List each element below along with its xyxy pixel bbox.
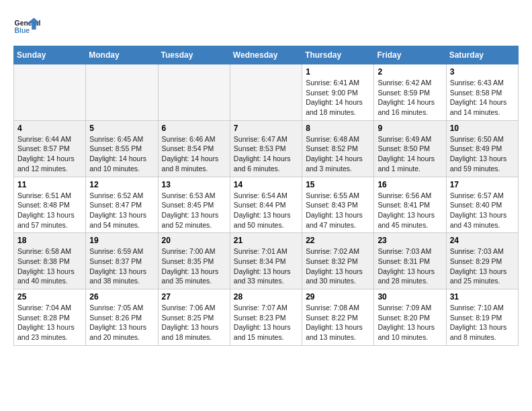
day-number: 23 (378, 236, 442, 245)
calendar-cell: 10Sunrise: 6:50 AMSunset: 8:49 PMDayligh… (446, 120, 518, 177)
calendar-week-row: 1Sunrise: 6:41 AMSunset: 9:00 PMDaylight… (14, 64, 519, 121)
calendar-cell: 19Sunrise: 6:59 AMSunset: 8:37 PMDayligh… (86, 233, 158, 289)
day-info: Sunrise: 7:04 AMSunset: 8:28 PMDaylight:… (17, 303, 82, 342)
calendar-week-row: 4Sunrise: 6:44 AMSunset: 8:57 PMDaylight… (14, 120, 519, 177)
header-friday: Friday (374, 46, 446, 64)
day-info: Sunrise: 7:03 AMSunset: 8:31 PMDaylight:… (378, 246, 442, 286)
day-info: Sunrise: 6:41 AMSunset: 9:00 PMDaylight:… (306, 78, 370, 118)
day-number: 18 (17, 236, 82, 245)
day-number: 25 (17, 292, 82, 302)
day-info: Sunrise: 7:02 AMSunset: 8:32 PMDaylight:… (306, 246, 370, 286)
day-info: Sunrise: 6:58 AMSunset: 8:38 PMDaylight:… (17, 246, 82, 286)
calendar-cell (230, 64, 302, 121)
calendar-cell (86, 64, 158, 121)
calendar-cell: 23Sunrise: 7:03 AMSunset: 8:31 PMDayligh… (374, 233, 446, 289)
calendar-cell: 1Sunrise: 6:41 AMSunset: 9:00 PMDaylight… (302, 64, 374, 121)
day-info: Sunrise: 6:45 AMSunset: 8:55 PMDaylight:… (89, 134, 154, 174)
day-info: Sunrise: 6:50 AMSunset: 8:49 PMDaylight:… (450, 134, 515, 174)
day-number: 17 (450, 180, 515, 189)
calendar-cell: 7Sunrise: 6:47 AMSunset: 8:53 PMDaylight… (230, 120, 302, 177)
day-number: 4 (17, 124, 82, 133)
day-info: Sunrise: 7:07 AMSunset: 8:23 PMDaylight:… (234, 303, 298, 342)
calendar-cell (14, 64, 86, 121)
logo-icon: General Blue (13, 13, 40, 40)
header-sunday: Sunday (14, 46, 86, 64)
calendar-cell: 26Sunrise: 7:05 AMSunset: 8:26 PMDayligh… (86, 289, 158, 346)
day-info: Sunrise: 6:56 AMSunset: 8:41 PMDaylight:… (378, 191, 442, 230)
day-info: Sunrise: 6:48 AMSunset: 8:52 PMDaylight:… (306, 134, 370, 174)
calendar-cell: 9Sunrise: 6:49 AMSunset: 8:50 PMDaylight… (374, 120, 446, 177)
calendar-table: SundayMondayTuesdayWednesdayThursdayFrid… (13, 46, 519, 346)
calendar-cell: 11Sunrise: 6:51 AMSunset: 8:48 PMDayligh… (14, 177, 86, 233)
day-info: Sunrise: 7:08 AMSunset: 8:22 PMDaylight:… (306, 303, 370, 342)
header-saturday: Saturday (446, 46, 518, 64)
day-info: Sunrise: 6:47 AMSunset: 8:53 PMDaylight:… (234, 134, 298, 174)
day-number: 7 (234, 124, 298, 133)
calendar-cell: 8Sunrise: 6:48 AMSunset: 8:52 PMDaylight… (302, 120, 374, 177)
day-info: Sunrise: 6:54 AMSunset: 8:44 PMDaylight:… (234, 191, 298, 230)
day-info: Sunrise: 7:09 AMSunset: 8:20 PMDaylight:… (378, 303, 442, 342)
day-number: 27 (162, 292, 226, 302)
calendar-cell: 25Sunrise: 7:04 AMSunset: 8:28 PMDayligh… (14, 289, 86, 346)
day-number: 19 (89, 236, 154, 245)
calendar-cell (158, 64, 230, 121)
day-number: 28 (234, 292, 298, 302)
calendar-cell: 31Sunrise: 7:10 AMSunset: 8:19 PMDayligh… (446, 289, 518, 346)
calendar-cell: 22Sunrise: 7:02 AMSunset: 8:32 PMDayligh… (302, 233, 374, 289)
day-number: 15 (306, 180, 370, 189)
calendar-week-row: 11Sunrise: 6:51 AMSunset: 8:48 PMDayligh… (14, 177, 519, 233)
day-info: Sunrise: 7:10 AMSunset: 8:19 PMDaylight:… (450, 303, 515, 342)
calendar-cell: 4Sunrise: 6:44 AMSunset: 8:57 PMDaylight… (14, 120, 86, 177)
day-info: Sunrise: 7:05 AMSunset: 8:26 PMDaylight:… (89, 303, 154, 342)
day-number: 9 (378, 124, 442, 133)
calendar-cell: 2Sunrise: 6:42 AMSunset: 8:59 PMDaylight… (374, 64, 446, 121)
day-info: Sunrise: 7:03 AMSunset: 8:29 PMDaylight:… (450, 246, 515, 286)
calendar-cell: 6Sunrise: 6:46 AMSunset: 8:54 PMDaylight… (158, 120, 230, 177)
day-number: 16 (378, 180, 442, 189)
day-info: Sunrise: 6:43 AMSunset: 8:58 PMDaylight:… (450, 78, 515, 118)
day-info: Sunrise: 6:55 AMSunset: 8:43 PMDaylight:… (306, 191, 370, 230)
logo: General Blue (13, 13, 40, 40)
day-number: 13 (162, 180, 226, 189)
calendar-cell: 17Sunrise: 6:57 AMSunset: 8:40 PMDayligh… (446, 177, 518, 233)
calendar-cell: 30Sunrise: 7:09 AMSunset: 8:20 PMDayligh… (374, 289, 446, 346)
header-wednesday: Wednesday (230, 46, 302, 64)
calendar-cell: 24Sunrise: 7:03 AMSunset: 8:29 PMDayligh… (446, 233, 518, 289)
day-number: 14 (234, 180, 298, 189)
calendar-cell: 18Sunrise: 6:58 AMSunset: 8:38 PMDayligh… (14, 233, 86, 289)
day-info: Sunrise: 6:53 AMSunset: 8:45 PMDaylight:… (162, 191, 226, 230)
day-number: 30 (378, 292, 442, 302)
day-info: Sunrise: 6:51 AMSunset: 8:48 PMDaylight:… (17, 191, 82, 230)
day-number: 24 (450, 236, 515, 245)
calendar-cell: 15Sunrise: 6:55 AMSunset: 8:43 PMDayligh… (302, 177, 374, 233)
day-number: 20 (162, 236, 226, 245)
calendar-cell: 14Sunrise: 6:54 AMSunset: 8:44 PMDayligh… (230, 177, 302, 233)
day-number: 21 (234, 236, 298, 245)
day-number: 12 (89, 180, 154, 189)
header-thursday: Thursday (302, 46, 374, 64)
day-number: 3 (450, 67, 515, 77)
day-info: Sunrise: 7:00 AMSunset: 8:35 PMDaylight:… (162, 246, 226, 286)
calendar-cell: 12Sunrise: 6:52 AMSunset: 8:47 PMDayligh… (86, 177, 158, 233)
day-number: 10 (450, 124, 515, 133)
day-info: Sunrise: 6:52 AMSunset: 8:47 PMDaylight:… (89, 191, 154, 230)
day-info: Sunrise: 6:49 AMSunset: 8:50 PMDaylight:… (378, 134, 442, 174)
calendar-cell: 20Sunrise: 7:00 AMSunset: 8:35 PMDayligh… (158, 233, 230, 289)
svg-text:Blue: Blue (15, 27, 30, 34)
day-info: Sunrise: 6:46 AMSunset: 8:54 PMDaylight:… (162, 134, 226, 174)
calendar-cell: 16Sunrise: 6:56 AMSunset: 8:41 PMDayligh… (374, 177, 446, 233)
calendar-cell: 29Sunrise: 7:08 AMSunset: 8:22 PMDayligh… (302, 289, 374, 346)
day-info: Sunrise: 7:01 AMSunset: 8:34 PMDaylight:… (234, 246, 298, 286)
calendar-cell: 28Sunrise: 7:07 AMSunset: 8:23 PMDayligh… (230, 289, 302, 346)
day-info: Sunrise: 7:06 AMSunset: 8:25 PMDaylight:… (162, 303, 226, 342)
calendar-cell: 5Sunrise: 6:45 AMSunset: 8:55 PMDaylight… (86, 120, 158, 177)
day-number: 8 (306, 124, 370, 133)
day-number: 29 (306, 292, 370, 302)
page-header: General Blue (13, 13, 519, 40)
day-info: Sunrise: 6:57 AMSunset: 8:40 PMDaylight:… (450, 191, 515, 230)
calendar-cell: 13Sunrise: 6:53 AMSunset: 8:45 PMDayligh… (158, 177, 230, 233)
day-number: 22 (306, 236, 370, 245)
day-number: 26 (89, 292, 154, 302)
day-number: 11 (17, 180, 82, 189)
day-number: 31 (450, 292, 515, 302)
